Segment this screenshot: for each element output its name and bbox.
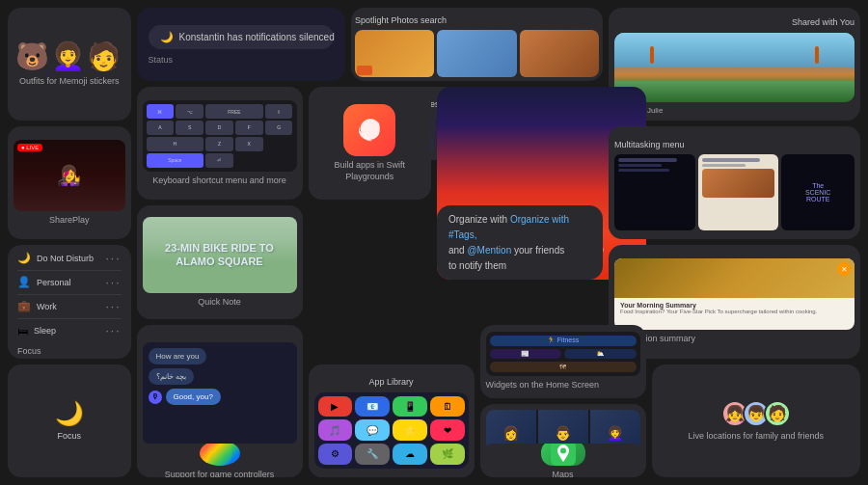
food-image — [614, 258, 854, 298]
translate-bubble-en: How are you — [149, 348, 207, 364]
tags-text: Organize with Organize with #Tags, — [448, 212, 591, 243]
swift-label: Build apps in Swift Playgrounds — [316, 160, 424, 182]
notify-text: to notify them — [448, 258, 506, 274]
card-gamecontrollers: Support for game controllers — [137, 444, 303, 477]
shareplay-label: SharePlay — [49, 215, 90, 227]
app-icon-11: ☁ — [393, 444, 427, 465]
translate-bubble-reply: Good, you? — [166, 389, 221, 405]
card-maps: Maps — [480, 444, 646, 477]
swift-icon — [343, 104, 395, 156]
notification-visual: Your Morning Summary Food Inspiration? Y… — [614, 258, 854, 330]
app-icon-7: ⭐ — [393, 419, 427, 441]
bed-icon-focus: 🛏 — [17, 325, 28, 337]
app-icon-3: 📱 — [393, 396, 427, 418]
gamecontrollers-label: Support for game controllers — [165, 470, 275, 477]
game-icon — [200, 444, 240, 466]
card-shareplay: ● LIVE 👩‍🎤 SharePlay — [8, 126, 131, 239]
focus-bottom-icon: 🌙 — [55, 400, 84, 427]
app-icon-5: 🎵 — [318, 419, 353, 441]
key-11: Z — [205, 137, 233, 151]
focus-dots-personal: ··· — [105, 276, 121, 289]
person-icon-focus: 👤 — [17, 276, 31, 288]
key-13: Space — [147, 153, 204, 168]
card-focus-bottom: 🌙 Focus — [8, 364, 131, 477]
card-status: 🌙 Konstantin has notifications silenced … — [137, 8, 346, 81]
key-2: ⌥ — [176, 104, 203, 119]
avatar-3: 🧑 — [764, 400, 791, 427]
shareplay-video: ● LIVE 👩‍🎤 — [14, 140, 125, 211]
moon-icon-focus: 🌙 — [17, 252, 31, 264]
live-badge: ● LIVE — [17, 144, 42, 151]
focus-name-sleep: Sleep — [34, 326, 56, 336]
panel-dark — [614, 154, 695, 230]
key-4: ⇧ — [265, 104, 293, 119]
focus-item-dnd: 🌙 Do Not Disturb ··· — [17, 247, 122, 271]
key-8: F — [235, 121, 263, 135]
key-14: ⏎ — [205, 153, 233, 168]
bridge-image — [614, 33, 854, 103]
card-widgets: 🏃 Fitness 📰 ⛅ 🗺 Widgets on the Home Scre… — [480, 325, 646, 398]
focus-dots-sleep: ··· — [105, 324, 121, 337]
shared-label: Shared with You — [792, 17, 854, 29]
panel-3: TheSCENICROUTE — [781, 154, 854, 230]
focus-item-sleep: 🛏 Sleep ··· — [17, 319, 122, 342]
key-3: FREE — [205, 104, 263, 119]
card-notification: Your Morning Summary Food Inspiration? Y… — [609, 245, 860, 358]
translate-bubble-ar: بچه خانم؟ — [149, 368, 194, 385]
avatars-group: 👧 👦 🧑 — [721, 400, 791, 427]
key-6: S — [176, 121, 203, 135]
card-applibrary: App Library ▶ 📧 📱 🗓 🎵 💬 ⭐ ❤ ⚙ 🔧 ☁ 🌿 — [309, 364, 475, 477]
key-1: ⌘ — [147, 104, 175, 119]
status-text: Konstantin has notifications silenced — [179, 32, 335, 42]
app-icon-8: ❤ — [430, 419, 465, 441]
quicknote-label: Quick Note — [198, 297, 241, 309]
app-icon-4: 🗓 — [430, 396, 465, 418]
notification-text-area: Your Morning Summary Food Inspiration? Y… — [614, 298, 854, 330]
key-12: X — [235, 137, 263, 151]
mention-highlight: @Mention — [467, 245, 511, 256]
app-icon-2: 📧 — [355, 396, 390, 418]
widgets-visual: 🏃 Fitness 📰 ⛅ 🗺 — [486, 332, 640, 376]
app-icon-6: 💬 — [355, 419, 390, 441]
maps-label: Maps — [552, 470, 573, 477]
focus-item-personal: 👤 Personal ··· — [17, 271, 122, 295]
card-locations: 👧 👦 🧑 Live locations for family and frie… — [652, 364, 861, 477]
app-icon-12: 🌿 — [430, 444, 465, 465]
focus-bottom-label: Focus — [57, 431, 81, 443]
app-icon-9: ⚙ — [318, 444, 353, 465]
briefcase-icon-focus: 💼 — [17, 300, 31, 312]
translate-visual: How are you بچه خانم؟ 🎙 Good, you? — [143, 342, 297, 444]
widget-3: ⛅ — [564, 349, 637, 360]
keyboard-visual: ⌘ ⌥ FREE ⇧ A S D F G H Z X Space ⏎ — [143, 100, 297, 172]
organize-text: Organize with — [448, 214, 510, 225]
widget-4: 🗺 — [490, 362, 637, 372]
card-quicknote: 23-MIN BIKE RIDE TO ALAMO SQUARE Quick N… — [137, 205, 303, 318]
focus-name-work: Work — [37, 302, 57, 311]
app-icon-10: 🔧 — [355, 444, 390, 465]
panel-light — [698, 154, 779, 230]
card-spotlight: Spotlight Photos search — [351, 8, 603, 81]
notification-title: Your Morning Summary — [620, 302, 849, 309]
key-5: A — [147, 121, 175, 135]
multitasking-visual: TheSCENICROUTE — [614, 154, 854, 230]
card-swift: Build apps in Swift Playgrounds — [309, 87, 432, 200]
memoji-label: Outfits for Memoji stickers — [19, 76, 120, 88]
svg-point-0 — [207, 444, 232, 466]
focus-name-personal: Personal — [37, 278, 71, 287]
mention-text: and @Mention your friends — [448, 243, 564, 258]
focus-dots-work: ··· — [105, 300, 121, 313]
widgets-label: Widgets on the Home Screen — [486, 380, 600, 391]
maps-icon — [541, 444, 585, 466]
quicknote-visual: 23-MIN BIKE RIDE TO ALAMO SQUARE — [143, 217, 297, 293]
focus-item-work: 💼 Work ··· — [17, 295, 122, 319]
app-library-grid: ▶ 📧 📱 🗓 🎵 💬 ⭐ ❤ ⚙ 🔧 ☁ 🌿 — [314, 392, 469, 469]
status-pill: 🌙 Konstantin has notifications silenced — [149, 25, 335, 49]
widget-2: 📰 — [490, 349, 562, 360]
key-10: H — [147, 137, 204, 151]
locations-label: Live locations for family and friends — [688, 431, 824, 443]
notification-body: Food Inspiration? Your Five-Star Pick To… — [620, 309, 849, 316]
card-shared: Shared with You 👤 From Julie — [609, 8, 860, 121]
key-9: G — [265, 121, 293, 135]
card-memoji: 🐻👩‍🦱🧑 Outfits for Memoji stickers — [8, 8, 131, 121]
key-7: D — [205, 121, 233, 135]
